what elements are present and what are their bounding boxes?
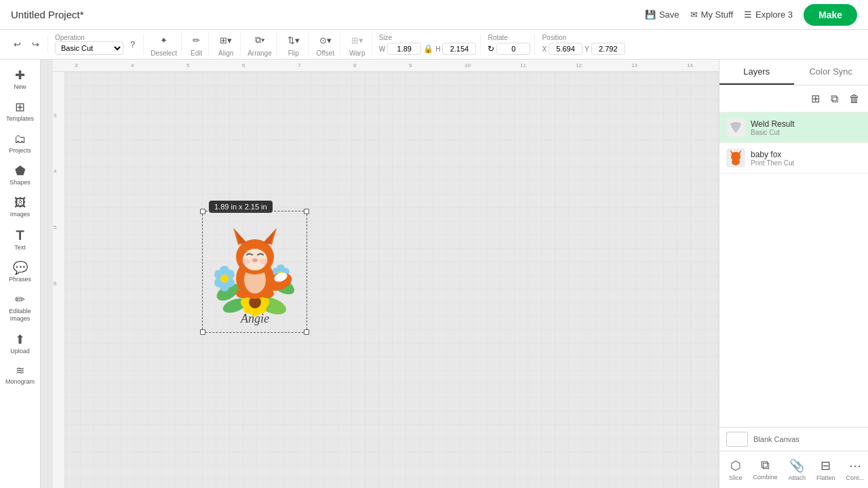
combine-label: Combine	[753, 474, 778, 481]
help-button[interactable]: ?	[126, 37, 139, 52]
sidebar-item-projects[interactable]: 🗂 Projects	[3, 129, 38, 158]
panel-spacer	[719, 174, 868, 427]
arrange-button[interactable]: ⧉▾	[251, 32, 269, 48]
rotate-icon: ↻	[488, 44, 494, 54]
ruler-v-6: 6	[54, 281, 56, 287]
position-label: Position	[542, 34, 625, 41]
sidebar-item-upload-label: Upload	[10, 348, 30, 354]
sidebar-item-images[interactable]: 🖼 Images	[3, 192, 38, 222]
editable-images-icon: ✏	[15, 293, 25, 306]
lock-icon: 🔒	[423, 44, 433, 54]
sidebar-item-images-label: Images	[10, 211, 31, 218]
deselect-label: Deselect	[151, 49, 177, 57]
make-button[interactable]: Make	[804, 4, 857, 26]
edit-button[interactable]: ✏	[189, 33, 204, 48]
sidebar-item-new[interactable]: ✚ New	[3, 65, 38, 94]
ruler-mark-5: 5	[186, 62, 189, 68]
redo-button[interactable]: ↪	[28, 37, 43, 52]
canvas-content[interactable]: 3 4 5 6 1.89 in x 2.15 in	[53, 72, 719, 488]
ruler-v-4: 4	[54, 168, 56, 174]
svg-point-38	[242, 259, 250, 264]
undo-redo-group: ↩ ↪	[5, 37, 48, 52]
more-tool[interactable]: ⋯ Cont...	[841, 455, 868, 484]
arrange-group: ⧉▾ Arrange	[243, 32, 277, 57]
delete-button[interactable]: 🗑	[846, 91, 863, 106]
slice-tool[interactable]: ⬡ Slice	[724, 455, 748, 484]
ruler-mark-6: 6	[242, 62, 245, 68]
combine-tool[interactable]: ⧉ Combine	[748, 455, 783, 484]
sidebar-item-editable-images[interactable]: ✏ Editable Images	[3, 289, 38, 327]
explore-icon: ☰	[744, 9, 752, 20]
copy-button[interactable]: ⧉	[828, 91, 841, 106]
mystuff-button[interactable]: ✉ My Stuff	[690, 9, 733, 20]
operation-group: Operation Basic Cut Print Then Cut Draw …	[51, 34, 144, 55]
layers-list: Weld Result Basic Cut baby fox Print The…	[719, 113, 868, 174]
svg-text:Angie: Angie	[240, 312, 269, 325]
handle-top-left[interactable]	[200, 209, 205, 214]
rotate-input[interactable]	[496, 43, 530, 55]
sidebar-item-projects-label: Projects	[9, 147, 31, 154]
sidebar-item-shapes[interactable]: ⬟ Shapes	[3, 161, 38, 190]
sidebar-item-monogram[interactable]: ≋ Monogram	[3, 361, 38, 389]
svg-point-37	[252, 258, 258, 262]
height-input[interactable]	[442, 43, 476, 55]
slice-label: Slice	[729, 474, 743, 481]
text-icon: T	[16, 228, 24, 242]
attach-tool[interactable]: 📎 Attach	[783, 455, 812, 484]
ruler-mark-11: 11	[520, 62, 526, 68]
layer-name-weld: Weld Result	[751, 119, 861, 129]
group-button[interactable]: ⊞	[808, 91, 823, 106]
handle-bottom-right[interactable]	[304, 329, 309, 335]
layer-actions: ⊞ ⧉ 🗑	[719, 85, 868, 113]
tab-color-sync[interactable]: Color Sync	[794, 60, 869, 85]
flatten-tool[interactable]: ⊟ Flatten	[811, 455, 841, 484]
images-icon: 🖼	[14, 197, 26, 209]
deselect-button[interactable]: ✦	[156, 33, 172, 48]
align-group: ⊞▾ Align	[212, 33, 241, 57]
undo-button[interactable]: ↩	[9, 37, 25, 52]
handle-top-right[interactable]	[304, 209, 309, 214]
save-icon: 💾	[645, 9, 656, 20]
width-input[interactable]	[387, 43, 421, 55]
sidebar-item-text-label: Text	[14, 244, 26, 251]
svg-point-44	[732, 159, 740, 165]
save-button[interactable]: 💾 Save	[645, 9, 679, 20]
top-actions: 💾 Save ✉ My Stuff ☰ Explore 3 Make	[645, 4, 857, 26]
layer-item-weld[interactable]: Weld Result Basic Cut	[719, 113, 868, 143]
monogram-icon: ≋	[16, 365, 24, 376]
x-input[interactable]	[549, 43, 583, 55]
svg-marker-46	[737, 150, 742, 154]
align-button[interactable]: ⊞▾	[216, 33, 236, 48]
flatten-label: Flatten	[816, 474, 835, 481]
operation-select[interactable]: Basic Cut Print Then Cut Draw	[55, 41, 123, 55]
ruler-v-5: 5	[54, 224, 56, 230]
size-label: Size	[379, 34, 477, 41]
flip-button[interactable]: ⇅▾	[283, 33, 304, 48]
fox-svg: Angie	[208, 218, 302, 329]
phrases-icon: 💬	[13, 262, 28, 274]
y-input[interactable]	[591, 43, 625, 55]
ruler-mark-8: 8	[353, 62, 356, 68]
handle-bottom-left[interactable]	[200, 329, 205, 335]
templates-icon: ⊞	[15, 101, 25, 113]
ruler-mark-10: 10	[465, 62, 471, 68]
top-bar: Untitled Project* 💾 Save ✉ My Stuff ☰ Ex…	[0, 0, 868, 30]
mail-icon: ✉	[690, 9, 698, 20]
new-icon: ✚	[15, 69, 25, 81]
warp-button[interactable]: ⊞▾	[347, 33, 368, 48]
sidebar-item-new-label: New	[14, 83, 26, 90]
sidebar-item-phrases[interactable]: 💬 Phrases	[3, 258, 38, 287]
sidebar-item-text[interactable]: T Text	[3, 224, 38, 255]
ruler-top: 3 4 5 6 7 8 9 10 11 12 13 14 15	[53, 60, 719, 72]
explore-button[interactable]: ☰ Explore 3	[744, 9, 793, 20]
layer-item-babyfox[interactable]: baby fox Print Then Cut	[719, 143, 868, 174]
tab-layers[interactable]: Layers	[719, 60, 794, 85]
ruler-mark-14: 14	[687, 62, 693, 68]
rotate-label: Rotate	[488, 34, 530, 41]
sidebar-item-templates[interactable]: ⊞ Templates	[3, 97, 38, 126]
canvas-area[interactable]: 3 4 5 6 7 8 9 10 11 12 13 14 15 3 4 5 6 …	[41, 60, 719, 488]
height-label: H	[435, 45, 440, 53]
offset-button[interactable]: ⊙▾	[315, 33, 336, 48]
more-label: Cont...	[846, 474, 865, 481]
sidebar-item-upload[interactable]: ⬆ Upload	[3, 329, 38, 359]
